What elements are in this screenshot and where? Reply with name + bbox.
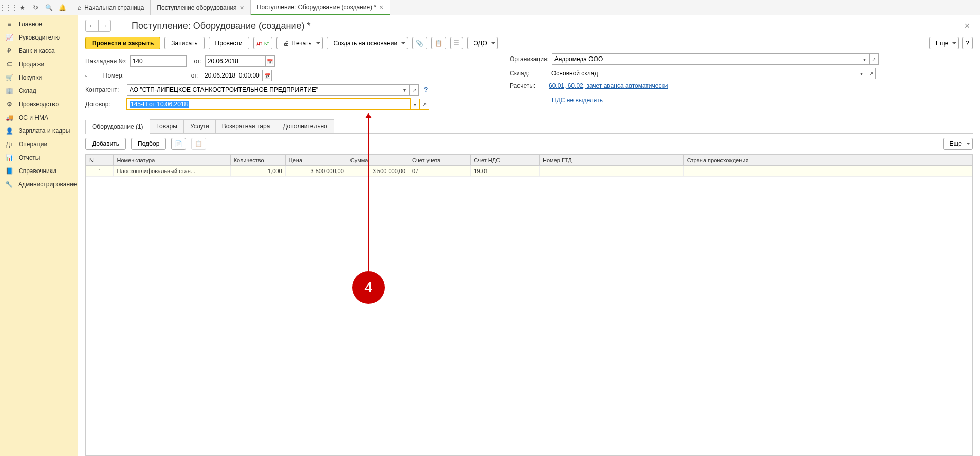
attach-button[interactable]: 📎 [412,37,427,49]
table-cell[interactable]: 1,000 [230,166,285,177]
post-button[interactable]: Провести [209,37,249,49]
table-cell[interactable] [539,166,683,177]
close-icon[interactable]: × [379,3,383,11]
star-icon[interactable]: ★ [15,1,29,14]
sidebar-item[interactable]: 🏢Склад [0,84,78,98]
dt-kt-button[interactable]: ДтКт [253,37,273,49]
add-button[interactable]: Добавить [85,138,126,150]
sub-tab[interactable]: Дополнительно [276,119,334,133]
help-button[interactable]: ? [962,37,973,49]
number-date-input[interactable] [202,70,263,81]
sidebar-icon: Дт [5,141,13,148]
table-cell[interactable]: 3 500 000,00 [347,166,409,177]
close-page-button[interactable]: × [961,21,973,31]
table-cell[interactable]: Плоскошлифовальный стан... [114,166,230,177]
sidebar-item[interactable]: 🚚ОС и НМА [0,111,78,124]
vat-link[interactable]: НДС не выделять [552,97,603,104]
table-header[interactable]: Страна происхождения [683,155,972,166]
tab[interactable]: Поступление: Оборудование (создание) *× [251,0,391,15]
paste-button[interactable]: 📋 [191,138,206,150]
back-button[interactable]: ← [86,20,98,31]
sidebar-item[interactable]: ≡Главное [0,17,78,31]
sidebar-item[interactable]: 🔧Администрирование [0,178,78,191]
table-cell[interactable]: 1 [86,166,114,177]
from-label-1: от: [190,58,202,65]
print-button[interactable]: 🖨Печать [276,37,322,49]
tab[interactable]: Поступление оборудования× [151,0,250,15]
warehouse-input[interactable] [549,68,857,79]
table-cell[interactable]: 19.01 [471,166,540,177]
table-row[interactable]: 1Плоскошлифовальный стан...1,0003 500 00… [86,166,972,177]
dropdown-icon[interactable] [857,68,866,79]
list-button[interactable]: ☰ [450,37,463,49]
sidebar-item[interactable]: ⚙Производство [0,98,78,111]
sidebar-item[interactable]: 🛒Покупки [0,71,78,84]
table-header[interactable]: Счет учета [409,155,471,166]
sidebar-icon: 📈 [5,34,13,41]
table-cell[interactable]: 3 500 000,00 [285,166,347,177]
open-icon[interactable] [870,53,879,65]
apps-icon[interactable]: ⋮⋮⋮ [2,1,15,14]
contract-input[interactable]: 145-П от 10.06.2018 [127,99,411,110]
counterparty-help[interactable]: ? [422,86,430,93]
sidebar-item[interactable]: 📈Руководителю [0,31,78,44]
equipment-table[interactable]: NНоменклатураКоличествоЦенаСуммаСчет уче… [86,155,972,177]
sub-tab[interactable]: Услуги [183,119,216,133]
table-header[interactable]: Счет НДС [471,155,540,166]
open-icon[interactable] [410,84,419,96]
manual-icon[interactable]: ▫ [85,72,94,79]
open-icon[interactable] [420,99,429,110]
sidebar-item[interactable]: ДтОперации [0,138,78,151]
sub-tab[interactable]: Возвратная тара [215,119,277,133]
copy-button[interactable]: 📄 [171,138,186,150]
clip-button[interactable]: 📋 [431,37,446,49]
edo-button[interactable]: ЭДО [467,37,498,49]
top-bar: ⋮⋮⋮ ★ ↻ 🔍 🔔 ⌂Начальная страницаПоступлен… [0,0,980,15]
sidebar-item[interactable]: 📘Справочники [0,164,78,178]
dropdown-icon[interactable] [400,84,410,96]
home-icon: ⌂ [78,4,81,11]
table-cell[interactable]: 07 [409,166,471,177]
counterparty-input[interactable] [127,84,400,96]
sidebar: ≡Главное📈Руководителю₽Банк и касса🏷Прода… [0,15,78,456]
sidebar-item-label: Администрирование [18,181,77,188]
sidebar-item[interactable]: ₽Банк и касса [0,44,78,58]
more-button[interactable]: Еще [929,37,959,49]
history-icon[interactable]: ↻ [29,1,42,14]
dropdown-icon[interactable] [860,53,870,65]
number-input[interactable] [127,70,183,81]
sub-tab[interactable]: Товары [150,119,184,133]
warehouse-label: Склад: [510,70,546,77]
table-header[interactable]: Количество [230,155,285,166]
invoice-date-input[interactable] [205,55,266,67]
nav-buttons: ← → [85,20,111,32]
org-input[interactable] [552,53,860,65]
table-header[interactable]: Номер ГТД [539,155,683,166]
sidebar-item[interactable]: 🏷Продажи [0,58,78,71]
calendar-icon[interactable] [263,70,272,81]
settlements-link[interactable]: 60.01, 60.02, зачет аванса автоматически [549,82,668,89]
select-button[interactable]: Подбор [131,138,166,150]
invoice-no-input[interactable] [130,55,187,67]
sub-tab[interactable]: Оборудование (1) [85,120,150,134]
bell-icon[interactable]: 🔔 [56,1,69,14]
search-icon[interactable]: 🔍 [42,1,56,14]
sidebar-item[interactable]: 👤Зарплата и кадры [0,124,78,138]
post-and-close-button[interactable]: Провести и закрыть [85,37,160,49]
sidebar-item-label: Руководителю [19,34,60,41]
calendar-icon[interactable] [266,55,275,67]
table-header[interactable]: Цена [285,155,347,166]
table-header[interactable]: Номенклатура [114,155,230,166]
table-header[interactable]: Сумма [347,155,409,166]
sidebar-item[interactable]: 📊Отчеты [0,151,78,164]
open-icon[interactable] [866,68,876,79]
forward-button[interactable]: → [98,20,110,31]
dropdown-icon[interactable] [411,99,420,110]
create-on-basis-button[interactable]: Создать на основании [327,37,409,49]
table-header[interactable]: N [86,155,114,166]
table-cell[interactable] [683,166,972,177]
close-icon[interactable]: × [240,4,244,12]
save-button[interactable]: Записать [164,37,204,49]
tab[interactable]: ⌂Начальная страница [71,0,151,15]
table-more-button[interactable]: Еще [943,138,973,150]
